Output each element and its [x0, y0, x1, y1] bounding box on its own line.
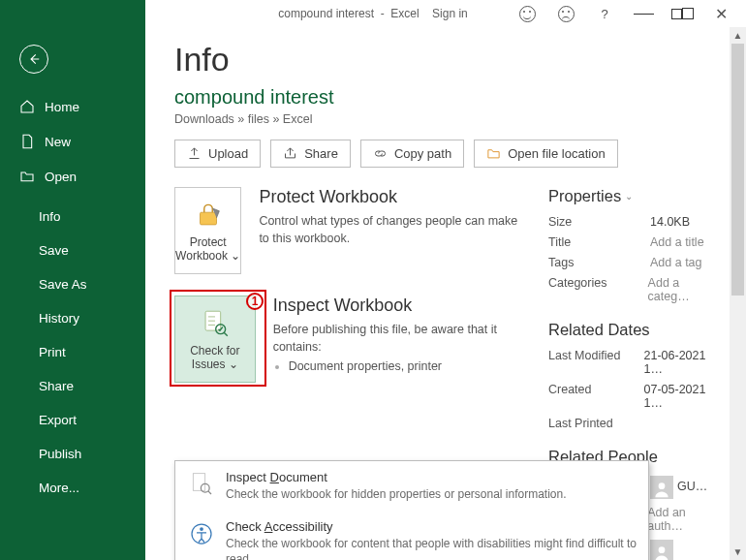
- inspect-document-item[interactable]: Inspect Document Check the workbook for …: [175, 461, 648, 511]
- home-icon: [19, 99, 35, 114]
- svg-rect-3: [193, 474, 205, 491]
- window-minimize-button[interactable]: [624, 1, 663, 26]
- vertical-scrollbar[interactable]: ▲ ▼: [730, 27, 746, 560]
- file-actions-row: Upload Share Copy path Open file locatio…: [174, 140, 723, 168]
- sidebar-item-export[interactable]: Export: [0, 403, 145, 437]
- sidebar-item-publish[interactable]: Publish: [0, 437, 145, 471]
- window-close-button[interactable]: ✕: [701, 1, 740, 26]
- sidebar-item-home[interactable]: Home: [0, 89, 145, 124]
- folder-icon: [486, 146, 501, 161]
- upload-icon: [187, 146, 202, 161]
- inspect-bullet: Document properties, printer: [289, 359, 523, 373]
- accessibility-icon: [187, 519, 216, 548]
- prop-size-label: Size: [548, 215, 650, 229]
- last-modified-value: 21-06-2021 1…: [644, 349, 724, 376]
- inspect-document-icon: [187, 470, 216, 499]
- help-button[interactable]: ?: [585, 1, 624, 26]
- backstage-sidebar: Home New Open Info Save Save As History …: [0, 0, 145, 560]
- share-icon: [283, 146, 297, 161]
- back-button[interactable]: [19, 45, 48, 74]
- feedback-frown-icon[interactable]: [546, 1, 585, 26]
- author-value[interactable]: GU…: [650, 476, 707, 499]
- prop-tags-value[interactable]: Add a tag: [650, 256, 702, 269]
- check-accessibility-item[interactable]: Check Accessibility Check the workbook f…: [175, 511, 648, 560]
- avatar-icon: [650, 476, 673, 499]
- window-title: compound interest - Excel Sign in: [278, 7, 467, 20]
- open-file-location-button[interactable]: Open file location: [474, 140, 617, 168]
- link-icon: [373, 146, 388, 161]
- inspect-workbook-title: Inspect Workbook: [273, 296, 523, 316]
- prop-size-value: 14.0KB: [650, 215, 690, 229]
- last-modified-label: Last Modified: [548, 349, 644, 376]
- created-label: Created: [548, 383, 644, 410]
- dd-desc: Check the workbook for content that peop…: [226, 536, 637, 560]
- scroll-down-arrow[interactable]: ▼: [730, 544, 746, 560]
- checklist-magnify-icon: [199, 307, 232, 340]
- lock-shield-icon: [192, 199, 225, 232]
- sidebar-item-new[interactable]: New: [0, 124, 145, 159]
- inspect-workbook-desc: Before publishing this file, be aware th…: [273, 322, 523, 356]
- prop-categories-value[interactable]: Add a categ…: [648, 276, 723, 303]
- prop-categories-label: Categories: [548, 276, 648, 303]
- upload-button[interactable]: Upload: [174, 140, 261, 168]
- copy-path-button[interactable]: Copy path: [360, 140, 464, 168]
- dd-desc: Check the workbook for hidden properties…: [226, 486, 567, 502]
- sidebar-item-save[interactable]: Save: [0, 233, 145, 267]
- protect-workbook-desc: Control what types of changes people can…: [259, 213, 523, 247]
- inspect-workbook-section: Check for Issues ⌄ Inspect Workbook Befo…: [174, 296, 523, 383]
- check-issues-dropdown: Inspect Document Check the workbook for …: [174, 460, 649, 560]
- protect-workbook-title: Protect Workbook: [259, 187, 523, 207]
- sidebar-item-saveas[interactable]: Save As: [0, 267, 145, 301]
- arrow-left-icon: [27, 52, 41, 66]
- chevron-down-icon: ⌄: [625, 191, 633, 202]
- dd-title: Inspect Document: [226, 470, 567, 484]
- main-panel: Info compound interest Downloads » files…: [145, 27, 746, 560]
- protect-workbook-section: Protect Workbook ⌄ Protect Workbook Cont…: [174, 187, 523, 274]
- feedback-smile-icon[interactable]: [508, 1, 546, 26]
- sidebar-item-share[interactable]: Share: [0, 369, 145, 403]
- add-author-link[interactable]: Add an auth…: [647, 506, 723, 533]
- page-title: Info: [174, 41, 723, 78]
- prop-title-value[interactable]: Add a title: [650, 235, 704, 249]
- svg-rect-0: [200, 212, 216, 225]
- protect-workbook-button[interactable]: Protect Workbook ⌄: [174, 187, 241, 274]
- scroll-thumb[interactable]: [731, 44, 744, 296]
- sidebar-item-more[interactable]: More...: [0, 471, 145, 505]
- properties-dropdown[interactable]: Properties⌄: [548, 187, 723, 205]
- sidebar-item-print[interactable]: Print: [0, 335, 145, 369]
- prop-tags-label: Tags: [548, 256, 650, 269]
- scroll-up-arrow[interactable]: ▲: [730, 27, 746, 44]
- modified-by-value[interactable]: [650, 540, 677, 560]
- sidebar-item-history: History: [0, 301, 145, 335]
- sidebar-item-info[interactable]: Info: [0, 200, 145, 233]
- new-file-icon: [19, 134, 35, 149]
- check-for-issues-button[interactable]: Check for Issues ⌄: [174, 296, 256, 383]
- open-folder-icon: [19, 169, 35, 184]
- document-name: compound interest: [174, 86, 723, 109]
- related-dates-heading: Related Dates: [548, 321, 723, 339]
- sidebar-label: Open: [45, 170, 77, 184]
- annotation-number-1: 1: [246, 293, 264, 310]
- svg-point-6: [200, 527, 203, 531]
- dd-title: Check Accessibility: [226, 519, 637, 534]
- avatar-icon: [650, 540, 673, 560]
- prop-title-label: Title: [548, 235, 650, 249]
- window-maximize-button[interactable]: [663, 1, 701, 26]
- sidebar-label: New: [45, 135, 71, 149]
- created-value: 07-05-2021 1…: [644, 383, 724, 410]
- share-button[interactable]: Share: [270, 140, 351, 168]
- svg-point-10: [659, 482, 666, 489]
- breadcrumb: Downloads » files » Excel: [174, 112, 723, 126]
- sidebar-item-open[interactable]: Open: [0, 159, 145, 194]
- svg-point-11: [659, 546, 666, 553]
- sidebar-label: Home: [45, 100, 79, 114]
- last-printed-label: Last Printed: [548, 417, 650, 430]
- sign-in-link[interactable]: Sign in: [432, 7, 468, 20]
